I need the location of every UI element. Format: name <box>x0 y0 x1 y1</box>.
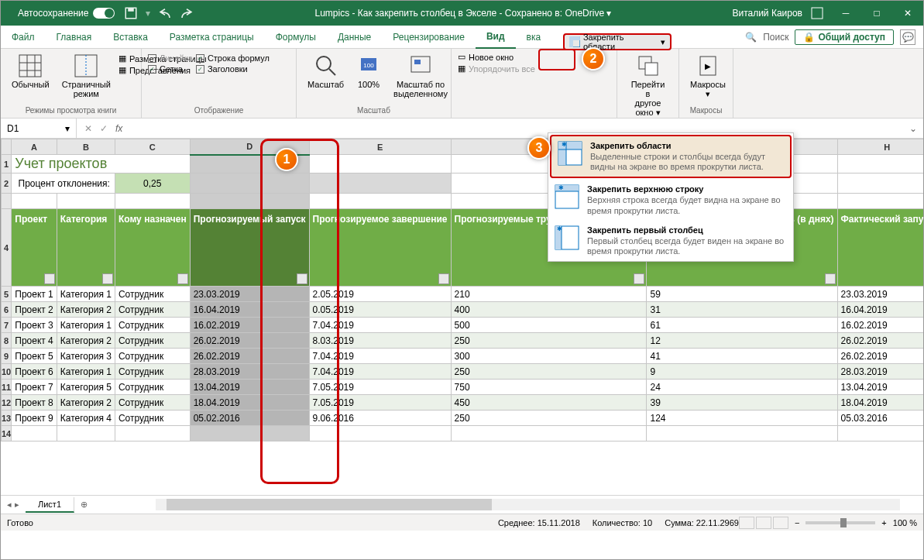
cell[interactable]: Проект 6 <box>12 364 57 380</box>
view-break-icon[interactable] <box>773 517 788 529</box>
cell[interactable]: 39 <box>647 395 837 411</box>
cell[interactable]: Сотрудник <box>115 287 190 302</box>
cell[interactable]: 05.03.2016 <box>837 411 924 426</box>
cell[interactable]: Сотрудник <box>115 364 190 380</box>
ruler-checkbox[interactable] <box>148 54 156 63</box>
pct-label[interactable]: Процент отклонения: <box>12 173 115 194</box>
freeze-top-row-option[interactable]: ✱ Закрепить верхнюю строку Верхняя строк… <box>548 180 793 220</box>
cell[interactable]: 18.04.2019 <box>837 395 924 411</box>
zoom-selection-button[interactable]: Масштаб по выделенному <box>389 50 452 101</box>
view-normal-icon[interactable] <box>739 517 754 529</box>
minimize-button[interactable]: ─ <box>830 1 861 26</box>
cell[interactable]: Категория 5 <box>57 380 115 395</box>
zoom-out-button[interactable]: − <box>795 518 799 527</box>
cell[interactable]: Категория 2 <box>57 302 115 318</box>
name-box-dropdown-icon[interactable]: ▾ <box>65 123 70 134</box>
cell[interactable]: 7.05.2019 <box>309 395 451 411</box>
cell[interactable]: Проект 2 <box>12 302 57 318</box>
zoom-in-button[interactable]: + <box>881 518 886 527</box>
cell[interactable]: Сотрудник <box>115 333 190 349</box>
redo-icon[interactable] <box>180 6 194 20</box>
filter-icon[interactable] <box>438 273 449 284</box>
share-button[interactable]: 🔒 Общий доступ <box>795 29 894 45</box>
filter-icon[interactable] <box>825 273 836 284</box>
horizontal-scrollbar[interactable] <box>94 499 923 510</box>
table-header[interactable]: Кому назначен <box>115 209 190 287</box>
cell[interactable]: 61 <box>647 318 837 333</box>
cell[interactable]: Сотрудник <box>115 302 190 318</box>
arrange-button[interactable]: ▦Упорядочить все <box>458 64 535 74</box>
cell[interactable]: Сотрудник <box>115 411 190 426</box>
cell[interactable]: 31 <box>647 302 837 318</box>
tab-home[interactable]: Главная <box>46 26 103 49</box>
cell[interactable]: 9 <box>647 364 837 380</box>
cell[interactable]: 8.03.2019 <box>309 333 451 349</box>
col-header-B[interactable]: B <box>57 139 115 155</box>
confirm-formula-icon[interactable]: ✓ <box>100 123 108 134</box>
cell[interactable]: 41 <box>647 349 837 364</box>
formulabar-checkbox[interactable]: ✓ <box>196 54 204 63</box>
cell[interactable]: 05.02.2016 <box>190 411 309 426</box>
cell[interactable]: 210 <box>451 287 647 302</box>
cancel-formula-icon[interactable]: ✕ <box>84 123 92 134</box>
cell[interactable]: 500 <box>451 318 647 333</box>
zoom-100-button[interactable]: 100 100% <box>352 50 386 92</box>
qat-dropdown-icon[interactable]: ▾ <box>146 8 150 19</box>
cell[interactable]: 26.02.2019 <box>837 333 924 349</box>
table-header[interactable]: Прогнозируемое завершение <box>309 209 451 287</box>
cell[interactable]: 16.04.2019 <box>190 302 309 318</box>
undo-icon[interactable] <box>158 6 172 20</box>
view-pagebreak-button[interactable]: Страничный режим <box>57 50 115 101</box>
cell[interactable]: 450 <box>451 395 647 411</box>
user-name[interactable]: Виталий Каиров <box>732 8 802 19</box>
cell[interactable]: 250 <box>451 364 647 380</box>
cell[interactable]: 23.03.2019 <box>190 287 309 302</box>
cell[interactable]: Сотрудник <box>115 395 190 411</box>
cell[interactable]: 250 <box>451 333 647 349</box>
cell[interactable]: 2.05.2019 <box>309 287 451 302</box>
cell[interactable]: 250 <box>451 411 647 426</box>
tab-insert[interactable]: Вставка <box>102 26 159 49</box>
table-header[interactable]: Проект <box>12 209 57 287</box>
cell[interactable]: Проект 9 <box>12 411 57 426</box>
filter-icon[interactable] <box>44 273 55 284</box>
cell[interactable]: 12 <box>647 333 837 349</box>
cell[interactable]: 26.02.2019 <box>190 333 309 349</box>
cell[interactable]: Категория 1 <box>57 364 115 380</box>
cell[interactable]: 300 <box>451 349 647 364</box>
freeze-panes-button[interactable]: Закрепить области ▾ <box>563 33 672 50</box>
zoom-slider[interactable] <box>805 521 875 524</box>
sheet-prev-icon[interactable]: ◂ <box>7 500 12 510</box>
close-button[interactable]: ✕ <box>892 1 923 26</box>
tab-help[interactable]: вка <box>516 26 552 49</box>
save-icon[interactable] <box>124 6 138 20</box>
cell[interactable]: Категория 2 <box>57 333 115 349</box>
cell[interactable]: Проект 8 <box>12 395 57 411</box>
cell[interactable]: 13.04.2019 <box>190 380 309 395</box>
headings-checkbox[interactable]: ✓ <box>196 65 204 74</box>
table-header[interactable]: Прогнозируемый запуск <box>190 209 309 287</box>
cell[interactable]: Сотрудник <box>115 318 190 333</box>
cell[interactable]: 26.02.2019 <box>837 349 924 364</box>
search-icon[interactable]: 🔍 <box>745 32 757 43</box>
cell[interactable]: 23.03.2019 <box>837 287 924 302</box>
add-sheet-button[interactable]: ⊕ <box>74 500 94 510</box>
ribbon-options-icon[interactable] <box>810 6 824 20</box>
freeze-panes-option[interactable]: ✱ Закрепить области Выделенные строки и … <box>550 135 792 178</box>
comments-button[interactable]: 💬 <box>900 29 915 45</box>
col-header-C[interactable]: C <box>115 139 190 155</box>
cell[interactable]: 13.04.2019 <box>837 380 924 395</box>
filter-icon[interactable] <box>297 273 307 284</box>
col-header-A[interactable]: A <box>12 139 57 155</box>
cell[interactable]: Категория 4 <box>57 411 115 426</box>
cell[interactable]: Сотрудник <box>115 380 190 395</box>
tab-file[interactable]: Файл <box>1 26 46 49</box>
cell[interactable]: Категория 2 <box>57 395 115 411</box>
cell[interactable]: 26.02.2019 <box>190 349 309 364</box>
cell[interactable]: Проект 3 <box>12 318 57 333</box>
filter-icon[interactable] <box>177 273 188 284</box>
cell[interactable]: Проект 7 <box>12 380 57 395</box>
cell[interactable]: 59 <box>647 287 837 302</box>
tab-view[interactable]: Вид <box>476 26 516 49</box>
freeze-first-col-option[interactable]: ✱ Закрепить первый столбец Первый столбе… <box>548 221 793 261</box>
